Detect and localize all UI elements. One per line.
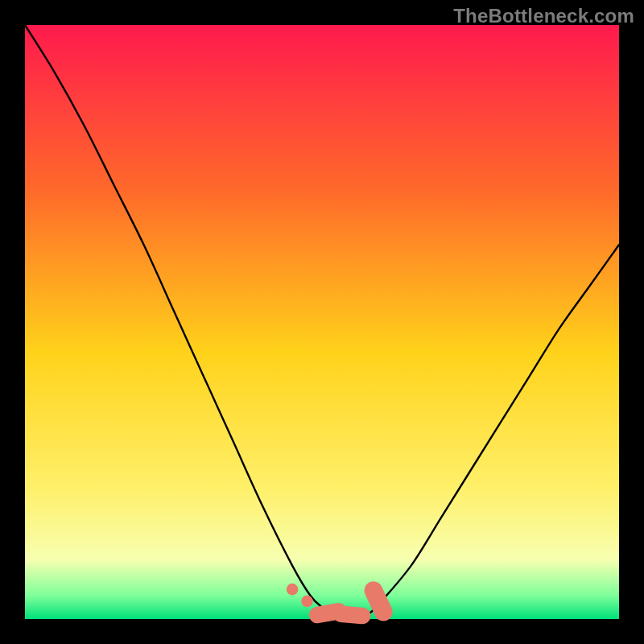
curve-marker xyxy=(287,584,299,596)
bottleneck-chart xyxy=(0,0,644,644)
gradient-plot-area xyxy=(25,25,619,619)
watermark-text: TheBottleneck.com xyxy=(453,5,634,27)
curve-marker xyxy=(301,596,313,608)
chart-stage: TheBottleneck.com xyxy=(0,0,644,644)
